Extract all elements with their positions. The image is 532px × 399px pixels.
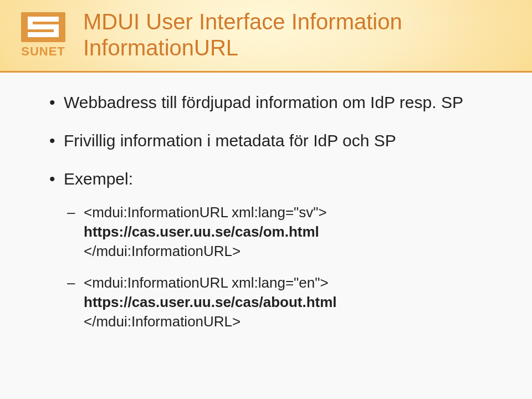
slide-body: Webbadress till fördjupad information om… (47, 91, 499, 349)
bullet-item: Exempel: <mdui:InformationURL xml:lang="… (47, 168, 499, 332)
sunet-logo-icon (21, 12, 65, 42)
bullet-item: Webbadress till fördjupad information om… (47, 91, 499, 113)
xml-close-tag: </mdui:InformationURL> (84, 243, 241, 259)
xml-open-tag: <mdui:InformationURL xml:lang="sv"> (84, 204, 327, 221)
logo: SUNET (16, 12, 71, 59)
example-url: https://cas.user.uu.se/cas/about.html (84, 294, 337, 310)
example-url: https://cas.user.uu.se/cas/om.html (84, 223, 319, 240)
xml-close-tag: </mdui:InformationURL> (84, 313, 241, 330)
slide-title: MDUI User Interface Information Informat… (83, 9, 510, 61)
header-underline (0, 71, 532, 73)
bullet-text: Frivillig information i metadata för IdP… (64, 131, 396, 150)
bullet-item: Frivillig information i metadata för IdP… (47, 130, 499, 151)
logo-text: SUNET (16, 44, 71, 59)
example-item: <mdui:InformationURL xml:lang="en"> http… (64, 273, 499, 331)
bullet-text: Webbadress till fördjupad information om… (64, 93, 463, 111)
title-line-2: InformationURL (83, 35, 510, 61)
example-item: <mdui:InformationURL xml:lang="sv"> http… (64, 203, 499, 261)
bullet-text: Exempel: (64, 170, 133, 188)
xml-open-tag: <mdui:InformationURL xml:lang="en"> (84, 274, 329, 291)
title-line-1: MDUI User Interface Information (83, 9, 510, 35)
